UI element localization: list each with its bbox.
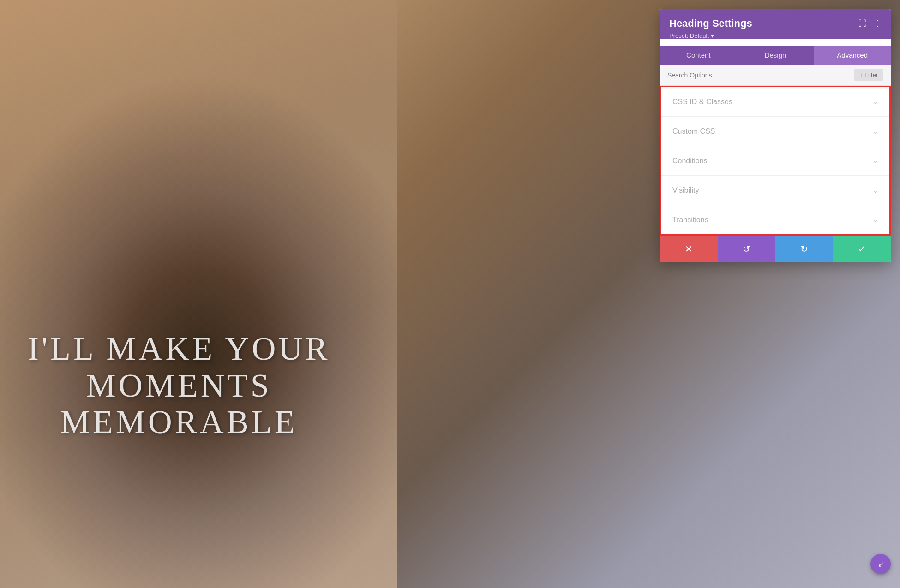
section-label-conditions: Conditions (672, 157, 708, 165)
search-input[interactable] (667, 71, 854, 79)
chevron-down-icon: ⌄ (872, 215, 878, 224)
chevron-down-icon: ⌄ (872, 97, 878, 106)
save-button[interactable]: ✓ (833, 236, 891, 262)
tab-design[interactable]: Design (737, 46, 814, 65)
cancel-button[interactable]: ✕ (660, 236, 718, 262)
section-transitions[interactable]: Transitions ⌄ (661, 205, 889, 234)
tab-advanced[interactable]: Advanced (814, 46, 891, 65)
section-label-custom-css: Custom CSS (672, 127, 715, 136)
section-custom-css[interactable]: Custom CSS ⌄ (661, 117, 889, 146)
chevron-down-icon: ⌄ (872, 156, 878, 165)
panel-preset[interactable]: Preset: Default ▾ (669, 32, 882, 39)
maximize-icon[interactable]: ⛶ (858, 19, 867, 29)
panel-actions: ✕ ↺ ↻ ✓ (660, 236, 891, 262)
section-label-transitions: Transitions (672, 216, 708, 224)
chevron-down-icon: ⌄ (872, 186, 878, 195)
floating-action-button[interactable]: ↙ (870, 554, 891, 574)
section-label-css-id: CSS ID & Classes (672, 98, 732, 106)
panel-header-top: Heading Settings ⛶ ⋮ (669, 18, 882, 30)
section-label-visibility: Visibility (672, 186, 699, 195)
heading-line-2: MOMENTS (28, 368, 330, 404)
settings-panel: Heading Settings ⛶ ⋮ Preset: Default ▾ C… (660, 9, 891, 262)
section-visibility[interactable]: Visibility ⌄ (661, 176, 889, 205)
tab-content[interactable]: Content (660, 46, 737, 65)
hero-heading: I'LL MAKE YOUR MOMENTS MEMORABLE (28, 331, 330, 440)
camera-overlay (0, 0, 397, 588)
panel-header: Heading Settings ⛶ ⋮ Preset: Default ▾ (660, 9, 891, 39)
chevron-down-icon: ⌄ (872, 127, 878, 136)
section-list: CSS ID & Classes ⌄ Custom CSS ⌄ Conditio… (660, 86, 891, 236)
panel-tabs: Content Design Advanced (660, 46, 891, 65)
preset-label: Preset: Default (669, 32, 709, 39)
heading-line-1: I'LL MAKE YOUR (28, 331, 330, 367)
panel-title: Heading Settings (669, 18, 752, 30)
redo-button[interactable]: ↻ (775, 236, 833, 262)
search-bar: + Filter (660, 65, 891, 86)
section-conditions[interactable]: Conditions ⌄ (661, 146, 889, 176)
filter-button[interactable]: + Filter (854, 69, 883, 81)
more-options-icon[interactable]: ⋮ (873, 18, 882, 29)
resize-icon: ↙ (878, 560, 884, 569)
preset-arrow-icon: ▾ (711, 32, 714, 39)
section-css-id-classes[interactable]: CSS ID & Classes ⌄ (661, 87, 889, 117)
panel-header-icons: ⛶ ⋮ (858, 18, 882, 29)
heading-line-3: MEMORABLE (28, 404, 330, 440)
undo-button[interactable]: ↺ (718, 236, 775, 262)
